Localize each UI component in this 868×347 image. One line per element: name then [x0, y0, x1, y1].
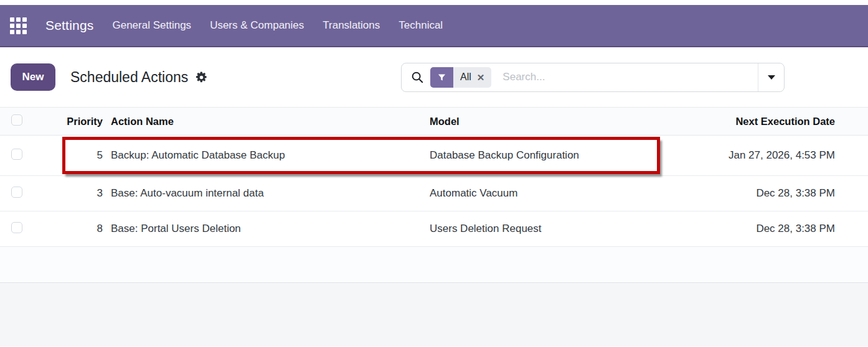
search-input[interactable] — [491, 63, 758, 91]
table-row[interactable]: 5 Backup: Automatic Database Backup Data… — [0, 136, 868, 176]
cell-next-execution-date: Dec 28, 3:38 PM — [712, 187, 868, 200]
row-checkbox-cell — [0, 222, 35, 236]
cell-priority: 8 — [35, 223, 103, 235]
column-header-action-name[interactable]: Action Name — [103, 116, 430, 127]
header-checkbox-cell — [0, 114, 35, 128]
new-button[interactable]: New — [11, 63, 55, 91]
nav-item-translations[interactable]: Translations — [323, 16, 380, 35]
cell-model: Automatic Vacuum — [430, 187, 712, 200]
cell-action-name: Base: Auto-vacuum internal data — [103, 187, 430, 200]
window-top-strip — [0, 0, 868, 5]
cell-action-name: Base: Portal Users Deletion — [103, 223, 430, 235]
facet-body: All ✕ — [453, 67, 491, 88]
cell-model: Users Deletion Request — [430, 223, 712, 235]
cell-next-execution-date: Jan 27, 2026, 4:53 PM — [712, 149, 868, 162]
table-header-row: Priority Action Name Model Next Executio… — [0, 107, 868, 136]
select-all-checkbox[interactable] — [11, 114, 22, 126]
page-title: Scheduled Actions — [70, 69, 188, 86]
nav-menu: General Settings Users & Companies Trans… — [112, 16, 443, 35]
row-checkbox[interactable] — [11, 222, 22, 233]
cell-next-execution-date: Dec 28, 3:38 PM — [712, 223, 868, 235]
search-bar: All ✕ — [401, 63, 785, 92]
facet-label: All — [460, 72, 471, 83]
row-checkbox[interactable] — [11, 149, 22, 160]
cell-model: Database Backup Configuration — [430, 149, 712, 162]
cell-action-name: Backup: Automatic Database Backup — [103, 149, 430, 162]
search-icon — [402, 70, 430, 84]
app-brand[interactable]: Settings — [45, 18, 93, 33]
filter-icon — [430, 67, 453, 88]
cell-priority: 5 — [35, 149, 103, 162]
scheduled-actions-table: Priority Action Name Model Next Executio… — [0, 107, 868, 346]
empty-table-footer-row — [0, 247, 868, 283]
gear-icon[interactable] — [196, 72, 207, 83]
nav-item-general-settings[interactable]: General Settings — [112, 16, 191, 35]
search-dropdown-toggle[interactable] — [758, 63, 784, 91]
content-background — [0, 283, 868, 346]
navbar: Settings General Settings Users & Compan… — [0, 5, 868, 47]
table-row[interactable]: 8 Base: Portal Users Deletion Users Dele… — [0, 211, 868, 247]
nav-item-technical[interactable]: Technical — [399, 16, 443, 35]
control-panel: New Scheduled Actions All ✕ — [0, 47, 868, 107]
column-header-model[interactable]: Model — [430, 116, 712, 127]
column-header-priority[interactable]: Priority — [35, 116, 103, 127]
caret-down-icon — [768, 75, 775, 80]
apps-grid-icon[interactable] — [10, 17, 27, 34]
cell-priority: 3 — [35, 187, 103, 200]
search-facet: All ✕ — [430, 67, 491, 88]
row-checkbox-cell — [0, 187, 35, 201]
facet-remove-icon[interactable]: ✕ — [477, 73, 485, 82]
row-checkbox[interactable] — [11, 187, 22, 198]
nav-item-users-companies[interactable]: Users & Companies — [210, 16, 304, 35]
row-checkbox-cell — [0, 149, 35, 163]
table-row[interactable]: 3 Base: Auto-vacuum internal data Automa… — [0, 176, 868, 211]
column-header-next-execution-date[interactable]: Next Execution Date — [712, 116, 868, 127]
